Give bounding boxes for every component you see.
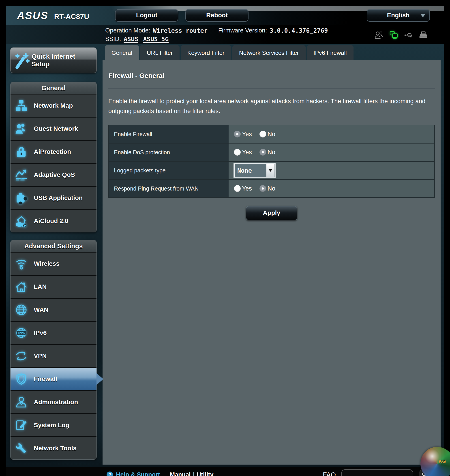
sidebar-item-network-map[interactable]: Network Map (11, 94, 96, 117)
tab-url-filter[interactable]: URL Filter (140, 45, 180, 60)
operation-mode-label: Operation Mode: (105, 27, 150, 34)
tab-ipv6-firewall[interactable]: IPv6 Firewall (307, 45, 354, 60)
info-bar: Operation Mode: Wireless router Firmware… (6, 25, 444, 44)
nav-group-title: Advanced Settings (11, 240, 96, 252)
radio-label: No (267, 149, 275, 156)
select-arrow-icon[interactable] (266, 164, 274, 177)
footer: ? Help & Support Manual | Utility FAQ (6, 467, 444, 476)
cloud-home-icon (11, 214, 32, 228)
option-no: No (260, 185, 275, 192)
quick-internet-setup-button[interactable]: Quick Internet Setup (10, 48, 97, 73)
sidebar-item-vpn[interactable]: VPN (11, 344, 96, 367)
tab-general[interactable]: General (105, 45, 139, 60)
printer-icon[interactable] (419, 30, 428, 40)
sidebar: Quick Internet Setup GeneralNetwork MapG… (6, 44, 102, 467)
sidebar-item-wireless[interactable]: Wireless (11, 252, 96, 275)
sidebar-item-aicloud-2-0[interactable]: AiCloud 2.0 (11, 209, 96, 232)
faq-search: FAQ (323, 469, 436, 476)
tab-network-services-filter[interactable]: Network Services Filter (232, 45, 306, 60)
sidebar-item-adaptive-qos[interactable]: Adaptive QoS (11, 163, 96, 186)
reboot-button[interactable]: Reboot (185, 9, 249, 22)
network-map-icon (11, 99, 32, 113)
option-yes: Yes (234, 131, 252, 138)
sidebar-item-label: AiCloud 2.0 (34, 217, 68, 225)
ssid-5g-link[interactable]: ASUS_5G (143, 36, 169, 42)
radio-enable-dos-protection-yes[interactable] (234, 149, 241, 156)
setting-row-logged-packets-type: Logged packets typeNone (109, 161, 434, 179)
radio-label: No (267, 131, 275, 138)
select-logged-packets-type[interactable]: None (234, 163, 275, 177)
faq-search-input[interactable] (341, 469, 413, 476)
manual-link[interactable]: Manual (170, 471, 191, 476)
sidebar-item-label: WAN (34, 306, 48, 313)
sidebar-item-firewall[interactable]: Firewall (11, 367, 96, 390)
qos-chart-icon (11, 168, 32, 182)
tab-bar: GeneralURL FilterKeyword FilterNetwork S… (102, 44, 444, 60)
usb-icon[interactable] (404, 30, 413, 40)
radio-label: Yes (242, 185, 252, 192)
sidebar-item-label: AiProtection (34, 148, 71, 155)
option-yes: Yes (234, 149, 252, 156)
radio-label: Yes (242, 131, 252, 138)
clients-icon[interactable] (374, 30, 384, 40)
utility-link[interactable]: Utility (197, 471, 213, 476)
faq-label: FAQ (323, 471, 336, 476)
sidebar-item-aiprotection[interactable]: AiProtection (11, 140, 96, 163)
sidebar-item-label: Network Map (34, 102, 73, 109)
chevron-down-icon (420, 14, 425, 17)
sidebar-item-system-log[interactable]: System Log (11, 413, 96, 436)
option-no: No (260, 149, 275, 156)
setting-value: None (229, 162, 434, 179)
radio-label: Yes (242, 149, 252, 156)
shield-icon (11, 372, 32, 386)
sidebar-item-label: Network Tools (34, 445, 77, 452)
setting-row-respond-ping-request-from-wan: Respond Ping Request from WANYesNo (109, 179, 434, 197)
sidebar-item-guest-network[interactable]: Guest Network (11, 117, 96, 140)
setting-value: YesNo (229, 180, 434, 197)
globe-icon (11, 303, 32, 317)
option-yes: Yes (234, 185, 252, 192)
page-title: Firewall - General (108, 72, 435, 79)
vpn-arrows-icon (11, 349, 32, 363)
radio-respond-ping-request-from-wan-no[interactable] (260, 185, 266, 192)
operation-mode-value[interactable]: Wireless router (153, 27, 207, 34)
wand-icon (13, 52, 32, 69)
help-support-link[interactable]: ? Help & Support (106, 471, 160, 476)
tab-keyword-filter[interactable]: Keyword Filter (181, 45, 231, 60)
radio-enable-dos-protection-no[interactable] (260, 149, 266, 156)
ssid-24g-link[interactable]: ASUS (124, 36, 138, 42)
radio-enable-firewall-no[interactable] (260, 131, 266, 137)
language-dropdown[interactable]: English (367, 9, 430, 22)
radio-enable-firewall-yes[interactable] (234, 131, 241, 137)
guest-network-icon (11, 122, 32, 136)
router-admin-panel: ASUS RT-AC87U Logout Reboot English Oper… (6, 6, 444, 470)
content-panel: Firewall - General Enable the firewall t… (102, 60, 441, 464)
sidebar-item-label: USB Application (34, 194, 83, 202)
sidebar-item-administration[interactable]: Administration (11, 390, 96, 413)
nav-group-general: GeneralNetwork MapGuest NetworkAiProtect… (10, 82, 97, 232)
title-divider (108, 88, 435, 89)
sidebar-item-lan[interactable]: LAN (11, 275, 96, 298)
radio-respond-ping-request-from-wan-yes[interactable] (234, 185, 241, 192)
apply-button[interactable]: Apply (246, 206, 297, 220)
status-icons (374, 30, 428, 40)
sidebar-item-wan[interactable]: WAN (11, 298, 96, 321)
firmware-label: Firmware Version: (218, 27, 267, 34)
sidebar-item-ipv6[interactable]: IPv6IPv6 (11, 321, 96, 344)
sidebar-item-label: System Log (34, 422, 69, 429)
body-row: Quick Internet Setup GeneralNetwork MapG… (6, 44, 444, 467)
setting-label: Enable DoS protection (109, 143, 229, 161)
question-mark-icon: ? (106, 471, 113, 476)
link-separator: | (193, 471, 195, 476)
header: ASUS RT-AC87U Logout Reboot English (6, 6, 444, 25)
sidebar-item-label: LAN (34, 283, 47, 290)
sidebar-item-label: Administration (34, 399, 78, 406)
sidebar-item-usb-application[interactable]: USB Application (11, 186, 96, 209)
firmware-version-link[interactable]: 3.0.0.4.376_2769 (270, 27, 328, 34)
sidebar-item-network-tools[interactable]: Network Tools (11, 436, 96, 459)
logout-button[interactable]: Logout (115, 9, 178, 22)
content-area: GeneralURL FilterKeyword FilterNetwork S… (102, 44, 444, 467)
page-description: Enable the firewall to protect your loca… (108, 96, 435, 116)
setting-value: YesNo (229, 143, 434, 161)
wired-clients-icon[interactable] (389, 30, 398, 40)
